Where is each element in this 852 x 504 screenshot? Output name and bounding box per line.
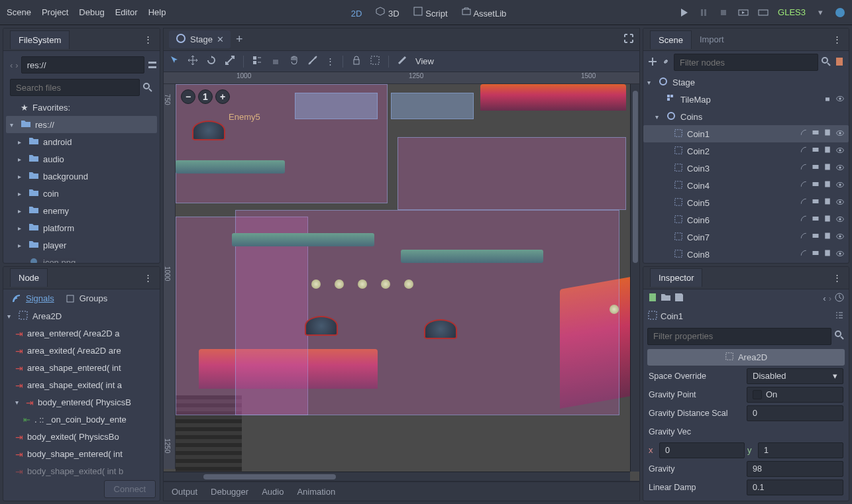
folder-android[interactable]: ▸android: [6, 133, 157, 150]
mode-script[interactable]: Script: [413, 6, 448, 19]
play-scene-icon[interactable]: [738, 7, 749, 18]
instance-scene-icon[interactable]: [661, 56, 671, 69]
move-tool-icon[interactable]: [187, 55, 198, 68]
save-resource-icon[interactable]: [674, 292, 684, 305]
connect-button[interactable]: Connect: [104, 480, 156, 498]
scale-tool-icon[interactable]: [225, 55, 235, 68]
signal-indicator-icon[interactable]: [800, 249, 808, 260]
filter-nodes-input[interactable]: [674, 54, 818, 71]
nav-forward-icon[interactable]: ›: [15, 60, 18, 70]
open-scene-icon[interactable]: [812, 215, 820, 226]
lock-icon[interactable]: [351, 55, 362, 68]
signal-row[interactable]: ⇥body_shape_entered( int: [3, 446, 160, 463]
script-icon[interactable]: [824, 180, 831, 191]
open-scene-icon[interactable]: [812, 232, 820, 243]
history-fwd-icon[interactable]: ›: [829, 293, 831, 303]
visibility-icon[interactable]: [835, 163, 845, 174]
add-tab-icon[interactable]: +: [236, 32, 243, 46]
search-icon[interactable]: [821, 56, 831, 69]
signal-row[interactable]: ⇥body_exited( PhysicsBo: [3, 428, 160, 446]
path-input[interactable]: [21, 56, 144, 74]
open-scene-icon[interactable]: [812, 180, 820, 191]
zoom-reset-button[interactable]: 1: [198, 89, 213, 104]
menu-project[interactable]: Project: [42, 7, 68, 17]
signal-row[interactable]: ⇥area_entered( Area2D a: [3, 325, 160, 342]
search-files-input[interactable]: [10, 79, 140, 96]
tilemap-node[interactable]: TileMap: [643, 91, 849, 108]
view-menu[interactable]: View: [415, 56, 434, 66]
history-icon[interactable]: [834, 292, 845, 305]
groups-subtab[interactable]: Groups: [65, 293, 108, 304]
menu-debug[interactable]: Debug: [79, 7, 104, 17]
folder-background[interactable]: ▸background: [6, 168, 157, 185]
coin-node[interactable]: Coin3: [643, 160, 849, 177]
animation-tab[interactable]: Animation: [297, 487, 335, 497]
file-icon-png[interactable]: icon.png: [6, 254, 157, 263]
play-icon[interactable]: [678, 7, 689, 18]
select-tool-icon[interactable]: [169, 55, 180, 68]
menu-help[interactable]: Help: [148, 7, 166, 17]
coin-node[interactable]: Coin5: [643, 194, 849, 211]
attach-script-icon[interactable]: [834, 56, 845, 69]
coin-node[interactable]: Coin8: [643, 246, 849, 263]
inspector-class-header[interactable]: Area2D: [647, 349, 845, 366]
gravity-point-checkbox[interactable]: On: [747, 387, 843, 403]
group-icon[interactable]: [370, 55, 380, 68]
mode-2d[interactable]: 2D: [338, 6, 362, 19]
signal-class-row[interactable]: ▾Area2D: [3, 308, 160, 325]
visibility-icon[interactable]: [835, 128, 845, 140]
chevron-down-icon[interactable]: ▾: [815, 7, 825, 18]
distraction-free-icon[interactable]: [623, 33, 634, 46]
new-resource-icon[interactable]: [647, 292, 658, 305]
signal-indicator-icon[interactable]: [800, 215, 808, 226]
play-custom-icon[interactable]: [758, 7, 769, 18]
coin-node[interactable]: Coin4: [643, 177, 849, 194]
debugger-tab[interactable]: Debugger: [211, 487, 248, 497]
mode-3d[interactable]: 3D: [375, 6, 399, 19]
lock-selection-icon[interactable]: [270, 55, 281, 68]
panel-menu-icon[interactable]: ⋮: [831, 272, 842, 283]
resource-root[interactable]: ▾res://: [6, 116, 157, 133]
menu-editor[interactable]: Editor: [115, 7, 138, 17]
rotate-tool-icon[interactable]: [206, 55, 217, 68]
open-scene-icon[interactable]: [812, 163, 820, 174]
visibility-icon[interactable]: [835, 94, 845, 105]
signal-indicator-icon[interactable]: [800, 128, 808, 140]
zoom-out-button[interactable]: −: [181, 89, 195, 104]
panel-menu-icon[interactable]: ⋮: [831, 34, 842, 45]
node-tab[interactable]: Node: [10, 268, 48, 287]
signals-subtab[interactable]: Signals: [11, 293, 54, 304]
signal-indicator-icon[interactable]: [800, 146, 808, 157]
signal-connection[interactable]: ⇤. :: _on_coin_body_ente: [3, 411, 160, 428]
canvas-area[interactable]: Enemy5 − 1 +: [176, 84, 639, 469]
signal-row[interactable]: ⇥body_shape_exited( int b: [3, 463, 160, 478]
open-scene-icon[interactable]: [812, 197, 820, 209]
scene-tab[interactable]: Scene: [650, 30, 692, 49]
panel-menu-icon[interactable]: ⋮: [142, 272, 153, 283]
object-props-icon[interactable]: [834, 310, 845, 323]
visibility-icon[interactable]: [835, 146, 845, 157]
history-back-icon[interactable]: ‹: [823, 293, 825, 303]
more-tools-icon[interactable]: ⋮: [326, 56, 335, 66]
signal-row-expanded[interactable]: ▾⇥body_entered( PhysicsB: [3, 394, 160, 411]
panel-menu-icon[interactable]: ⋮: [142, 34, 153, 45]
filter-properties-input[interactable]: [647, 328, 831, 345]
import-tab[interactable]: Import: [692, 30, 732, 48]
signal-indicator-icon[interactable]: [800, 197, 808, 209]
script-icon[interactable]: [824, 249, 831, 260]
open-scene-icon[interactable]: [812, 146, 820, 157]
audio-tab[interactable]: Audio: [262, 487, 284, 497]
visibility-icon[interactable]: [835, 232, 845, 243]
script-icon[interactable]: [824, 215, 831, 226]
coin-node[interactable]: Coin6: [643, 211, 849, 228]
signal-row[interactable]: ⇥area_shape_entered( int: [3, 360, 160, 377]
godot-logo-icon[interactable]: [835, 7, 845, 18]
signal-indicator-icon[interactable]: [800, 180, 808, 191]
scene-root[interactable]: ▾Stage: [643, 74, 849, 91]
mode-assetlib[interactable]: AssetLib: [461, 6, 507, 19]
signal-row[interactable]: ⇥area_shape_exited( int a: [3, 377, 160, 394]
linear-damp-input[interactable]: 0.1: [747, 479, 843, 495]
script-icon[interactable]: [824, 232, 831, 243]
visibility-icon[interactable]: [835, 249, 845, 260]
coin-node[interactable]: Coin1: [643, 125, 849, 142]
